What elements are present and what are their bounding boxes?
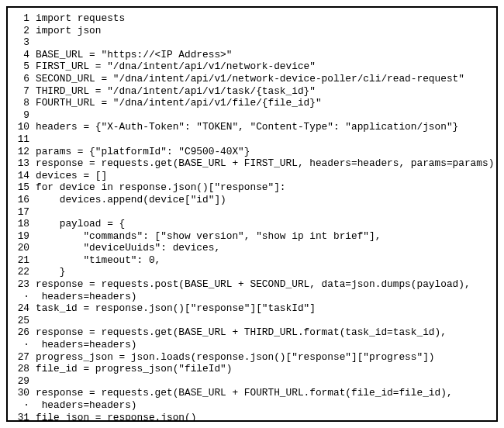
code-text: FIRST_URL = "/dna/intent/api/v1/network-… xyxy=(36,60,496,73)
code-line: 20 "deviceUuids": devices, xyxy=(8,242,496,254)
code-line: 25 xyxy=(8,315,496,327)
line-number: 25 xyxy=(8,315,36,327)
line-number: 4 xyxy=(8,49,36,61)
code-text: response = requests.post(BASE_URL + SECO… xyxy=(36,278,496,291)
code-line: 12params = {"platformId": "C9500-40X"} xyxy=(8,146,496,158)
line-number: 31 xyxy=(8,412,36,422)
code-box: 1import requests2import json34BASE_URL =… xyxy=(6,6,498,422)
code-line: 13response = requests.get(BASE_URL + FIR… xyxy=(8,157,496,170)
code-line: 21 "timeout": 0, xyxy=(8,254,496,267)
code-line: 6SECOND_URL = "/dna/intent/api/v1/networ… xyxy=(8,73,496,85)
code-line: · headers=headers) xyxy=(8,291,496,303)
code-text: response = requests.get(BASE_URL + THIRD… xyxy=(36,326,496,339)
line-number: 6 xyxy=(8,73,36,85)
line-number: 3 xyxy=(8,36,36,49)
line-number: · xyxy=(8,339,36,351)
code-line: 4BASE_URL = "https://<IP Address>" xyxy=(8,49,496,61)
code-text: file_json = response.json() xyxy=(36,412,496,422)
code-text: devices = [] xyxy=(36,170,496,182)
code-line: 18 payload = { xyxy=(8,218,496,230)
code-text: response = requests.get(BASE_URL + FIRST… xyxy=(36,157,496,170)
code-text: BASE_URL = "https://<IP Address>" xyxy=(36,49,496,61)
code-line: 17 xyxy=(8,206,496,219)
line-number: 28 xyxy=(8,363,36,375)
line-number: 23 xyxy=(8,278,36,291)
line-number: 8 xyxy=(8,97,36,109)
line-number: 30 xyxy=(8,387,36,399)
line-number: · xyxy=(8,399,36,412)
code-text: headers=headers) xyxy=(36,399,496,412)
code-text: response = requests.get(BASE_URL + FOURT… xyxy=(36,387,496,399)
code-text: import requests xyxy=(36,12,496,25)
code-text: headers=headers) xyxy=(36,339,496,351)
code-text: } xyxy=(36,266,496,278)
code-line: 3 xyxy=(8,36,496,49)
code-line: 1import requests xyxy=(8,12,496,25)
code-line: 8FOURTH_URL = "/dna/intent/api/v1/file/{… xyxy=(8,97,496,109)
line-number: 18 xyxy=(8,218,36,230)
code-line: 23response = requests.post(BASE_URL + SE… xyxy=(8,278,496,291)
code-text xyxy=(36,133,496,146)
line-number: 24 xyxy=(8,302,36,315)
line-number: · xyxy=(8,291,36,303)
code-line: 29 xyxy=(8,375,496,388)
line-number: 26 xyxy=(8,326,36,339)
code-text: THIRD_URL = "/dna/intent/api/v1/task/{ta… xyxy=(36,85,496,98)
code-line: 24task_id = response.json()["response"][… xyxy=(8,302,496,315)
code-text: "deviceUuids": devices, xyxy=(36,242,496,254)
code-line: 2import json xyxy=(8,25,496,37)
code-line: 16 devices.append(device["id"]) xyxy=(8,194,496,206)
code-text: devices.append(device["id"]) xyxy=(36,194,496,206)
line-number: 13 xyxy=(8,157,36,170)
code-line: 15for device in response.json()["respons… xyxy=(8,181,496,194)
code-text: FOURTH_URL = "/dna/intent/api/v1/file/{f… xyxy=(36,97,496,109)
code-text xyxy=(36,206,496,219)
code-line: 14devices = [] xyxy=(8,170,496,182)
line-number: 9 xyxy=(8,109,36,122)
code-text: headers=headers) xyxy=(36,291,496,303)
code-line: 27progress_json = json.loads(response.js… xyxy=(8,351,496,364)
line-number: 17 xyxy=(8,206,36,219)
line-number: 20 xyxy=(8,242,36,254)
code-line: 30response = requests.get(BASE_URL + FOU… xyxy=(8,387,496,399)
line-number: 15 xyxy=(8,181,36,194)
code-text: for device in response.json()["response"… xyxy=(36,181,496,194)
line-number: 5 xyxy=(8,60,36,73)
code-line: 26response = requests.get(BASE_URL + THI… xyxy=(8,326,496,339)
line-number: 21 xyxy=(8,254,36,267)
code-text: payload = { xyxy=(36,218,496,230)
code-line: 31file_json = response.json() xyxy=(8,412,496,422)
code-text: headers = {"X-Auth-Token": "TOKEN", "Con… xyxy=(36,121,496,133)
code-text: SECOND_URL = "/dna/intent/api/v1/network… xyxy=(36,73,496,85)
code-line: 28file_id = progress_json("fileId") xyxy=(8,363,496,375)
line-number: 11 xyxy=(8,133,36,146)
code-text xyxy=(36,36,496,49)
code-text: import json xyxy=(36,25,496,37)
code-text: progress_json = json.loads(response.json… xyxy=(36,351,496,364)
line-number: 1 xyxy=(8,12,36,25)
line-number: 14 xyxy=(8,170,36,182)
code-line: · headers=headers) xyxy=(8,399,496,412)
code-text: params = {"platformId": "C9500-40X"} xyxy=(36,146,496,158)
code-screenshot-container: 1import requests2import json34BASE_URL =… xyxy=(0,0,504,428)
line-number: 7 xyxy=(8,85,36,98)
line-number: 10 xyxy=(8,121,36,133)
line-number: 29 xyxy=(8,375,36,388)
code-text: task_id = response.json()["response"]["t… xyxy=(36,302,496,315)
line-number: 19 xyxy=(8,230,36,243)
code-text xyxy=(36,315,496,327)
line-number: 12 xyxy=(8,146,36,158)
code-line: 22 } xyxy=(8,266,496,278)
code-line: 11 xyxy=(8,133,496,146)
code-line: 9 xyxy=(8,109,496,122)
code-text xyxy=(36,109,496,122)
code-line: 5FIRST_URL = "/dna/intent/api/v1/network… xyxy=(8,60,496,73)
code-line: 19 "commands": ["show version", "show ip… xyxy=(8,230,496,243)
code-line: 10headers = {"X-Auth-Token": "TOKEN", "C… xyxy=(8,121,496,133)
line-number: 27 xyxy=(8,351,36,364)
line-number: 16 xyxy=(8,194,36,206)
code-text: "timeout": 0, xyxy=(36,254,496,267)
line-number: 22 xyxy=(8,266,36,278)
code-line: · headers=headers) xyxy=(8,339,496,351)
code-text: file_id = progress_json("fileId") xyxy=(36,363,496,375)
